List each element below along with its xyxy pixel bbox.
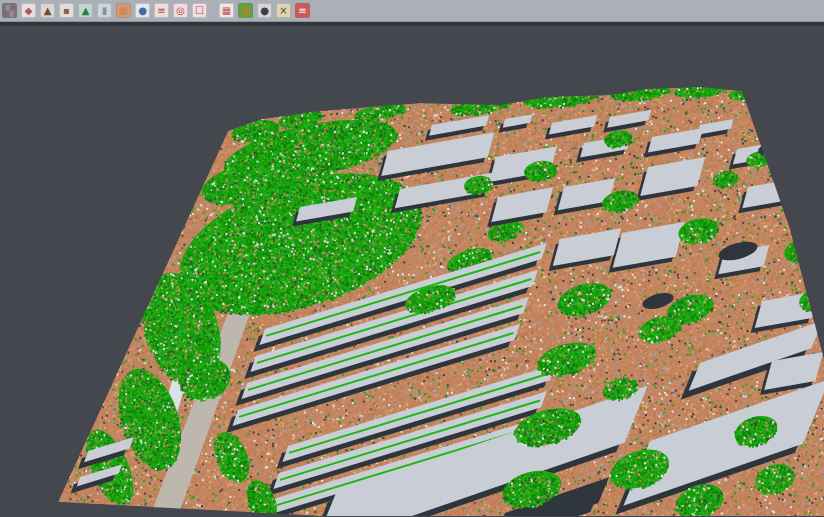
section-glyph: ≡ [298,6,306,16]
globe-icon[interactable]: ● [135,3,150,18]
main-toolbar: ▚◆▲▪▲▮■●≡◎☐▦▦●×≡ [0,0,824,22]
list-icon[interactable]: ≡ [154,3,169,18]
crossing-glyph: × [279,6,287,16]
list-glyph: ≡ [157,6,165,16]
points-tool-icon[interactable]: ◆ [21,3,36,18]
target-icon[interactable]: ◎ [173,3,188,18]
mesh-glyph: ▲ [44,6,52,16]
checker-glyph: ▦ [222,6,231,16]
camera-icon[interactable]: ● [257,3,272,18]
column-glyph: ▮ [102,6,108,16]
terrain-glyph: ▲ [82,6,90,16]
crossing-icon[interactable]: × [276,3,291,18]
document-glyph: ▚ [6,6,14,16]
classification-glyph: ▦ [241,6,250,16]
ortho-image-glyph: ■ [119,6,128,16]
column-icon[interactable]: ▮ [97,3,112,18]
classification-icon[interactable]: ▦ [238,3,253,18]
mesh-icon[interactable]: ▲ [40,3,55,18]
terrain-icon[interactable]: ▲ [78,3,93,18]
selection-box-glyph: ☐ [195,6,204,16]
selection-box-icon[interactable]: ☐ [192,3,207,18]
document-icon[interactable]: ▚ [2,3,17,18]
ortho-image-icon[interactable]: ■ [116,3,131,18]
target-glyph: ◎ [176,6,185,16]
sample-points-glyph: ▪ [63,6,70,16]
viewport-3d[interactable] [0,26,824,516]
sample-points-icon[interactable]: ▪ [59,3,74,18]
section-icon[interactable]: ≡ [295,3,310,18]
checker-icon[interactable]: ▦ [219,3,234,18]
points-tool-glyph: ◆ [25,6,33,16]
globe-glyph: ● [138,6,147,16]
camera-glyph: ● [260,6,269,16]
